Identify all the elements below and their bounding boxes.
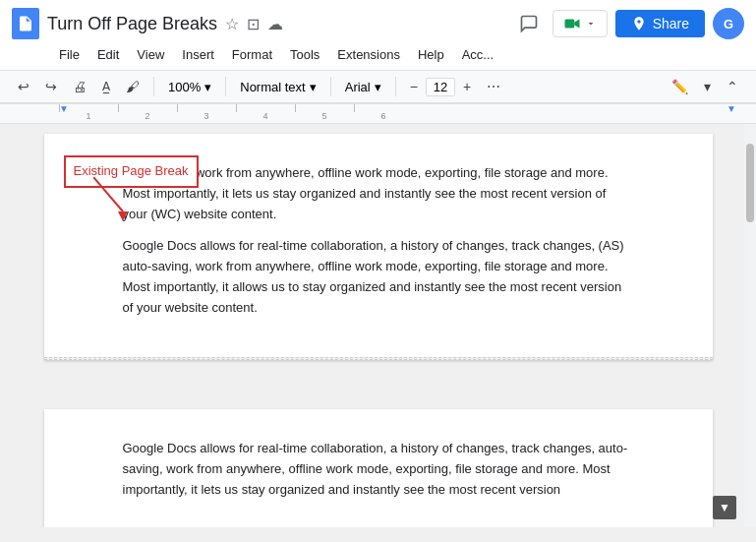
ruler-mark-6: 6 xyxy=(354,104,413,123)
document-title: Turn Off Page Breaks xyxy=(47,14,217,34)
svg-marker-5 xyxy=(118,211,128,221)
folder-icon[interactable]: ⊡ xyxy=(247,15,260,33)
title-bar: Turn Off Page Breaks ☆ ⊡ ☁ xyxy=(0,0,756,43)
print-button[interactable]: 🖨 xyxy=(67,75,92,98)
menu-extensions[interactable]: Extensions xyxy=(329,43,408,66)
menu-bar: File Edit View Insert Format Tools Exten… xyxy=(0,43,756,70)
document-area: auto-saving, work from anywhere, offline… xyxy=(0,124,756,527)
collapse-toolbar-button[interactable]: ⌃ xyxy=(721,75,744,98)
ruler-mark-2: 2 xyxy=(118,104,177,123)
menu-edit[interactable]: Edit xyxy=(89,43,127,66)
right-controls: Share G xyxy=(513,8,744,39)
ruler-mark-4: 4 xyxy=(236,104,295,123)
more-options-button[interactable]: ⋯ xyxy=(481,75,506,98)
docs-icon xyxy=(12,8,39,39)
ruler-mark-3: 3 xyxy=(177,104,236,123)
share-button[interactable]: Share xyxy=(615,10,705,37)
menu-file[interactable]: File xyxy=(51,43,87,66)
paint-format-button[interactable]: 🖌 xyxy=(120,75,145,98)
increase-font-size-button[interactable]: + xyxy=(457,75,477,98)
cloud-icon[interactable]: ☁ xyxy=(267,15,283,33)
redo-button[interactable]: ↪ xyxy=(39,75,63,98)
ruler-mark-5: 5 xyxy=(295,104,354,123)
scrollbar-thumb[interactable] xyxy=(746,144,754,222)
font-size-control: − + xyxy=(404,75,477,98)
page-1: auto-saving, work from anywhere, offline… xyxy=(44,134,713,360)
zoom-select[interactable]: 100% ▾ xyxy=(162,78,217,96)
page1-content2: Google Docs allows for real-time collabo… xyxy=(123,236,634,318)
menu-view[interactable]: View xyxy=(129,43,172,66)
scrollbar[interactable] xyxy=(744,124,756,527)
pen-dropdown-button[interactable]: ▾ xyxy=(698,75,717,98)
page2-content: Google Docs allows for real-time collabo… xyxy=(123,439,634,500)
menu-insert[interactable]: Insert xyxy=(174,43,222,66)
annotation-arrow xyxy=(93,177,152,226)
toolbar-divider-4 xyxy=(395,77,396,96)
ruler: 1 2 3 4 5 6 ▼ ▼ xyxy=(0,104,756,124)
toolbar-divider-2 xyxy=(225,77,226,96)
undo-button[interactable]: ↩ xyxy=(12,75,35,98)
menu-format[interactable]: Format xyxy=(224,43,280,66)
menu-help[interactable]: Help xyxy=(410,43,452,66)
title-icons: ☆ ⊡ ☁ xyxy=(225,15,283,33)
toolbar-divider-3 xyxy=(330,77,331,96)
edit-pen-button[interactable]: ✏️ xyxy=(666,75,694,98)
font-select[interactable]: Arial ▾ xyxy=(339,78,387,96)
svg-line-4 xyxy=(93,177,123,211)
svg-marker-3 xyxy=(574,20,579,29)
decrease-font-size-button[interactable]: − xyxy=(404,75,424,98)
ruler-inner: 1 2 3 4 5 6 xyxy=(59,104,413,123)
style-select[interactable]: Normal text ▾ xyxy=(234,78,321,96)
spell-check-button[interactable]: A̲ xyxy=(96,76,116,97)
svg-rect-0 xyxy=(22,25,29,26)
page1-content1: auto-saving, work from anywhere, offline… xyxy=(123,163,634,224)
navigate-down-button[interactable]: ▼ xyxy=(713,496,736,519)
svg-rect-2 xyxy=(564,20,574,29)
account-avatar[interactable]: G xyxy=(713,8,744,39)
toolbar-divider-1 xyxy=(153,77,154,96)
comments-button[interactable] xyxy=(513,8,545,39)
svg-rect-1 xyxy=(22,27,27,28)
meet-button[interactable] xyxy=(552,10,608,37)
share-label: Share xyxy=(653,16,689,31)
top-bar: Turn Off Page Breaks ☆ ⊡ ☁ xyxy=(0,0,756,104)
menu-account[interactable]: Acc... xyxy=(454,43,502,66)
star-icon[interactable]: ☆ xyxy=(225,15,239,33)
menu-tools[interactable]: Tools xyxy=(282,43,327,66)
page-2: Google Docs allows for real-time collabo… xyxy=(44,409,713,527)
font-size-input[interactable] xyxy=(426,78,455,96)
toolbar: ↩ ↪ 🖨 A̲ 🖌 100% ▾ Normal text ▾ Arial ▾ … xyxy=(0,70,756,103)
page-break-annotation: Existing Page Break xyxy=(64,155,199,368)
